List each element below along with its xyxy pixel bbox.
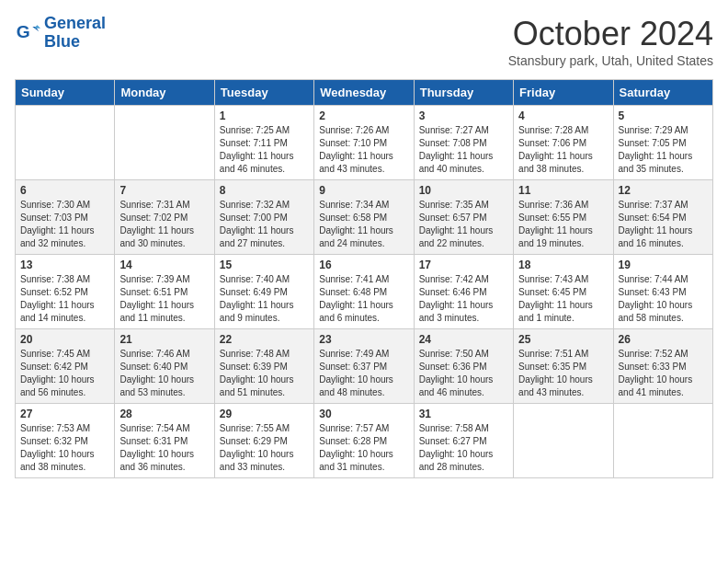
logo-icon: G bbox=[15, 20, 40, 46]
day-number: 15 bbox=[220, 259, 309, 271]
day-number: 6 bbox=[20, 184, 109, 197]
day-number: 23 bbox=[319, 333, 408, 346]
weekday-header-row: SundayMondayTuesdayWednesdayThursdayFrid… bbox=[16, 80, 713, 106]
day-number: 2 bbox=[319, 109, 408, 122]
calendar-day-cell: 27Sunrise: 7:53 AM Sunset: 6:32 PM Dayli… bbox=[16, 404, 115, 478]
calendar-day-cell: 20Sunrise: 7:45 AM Sunset: 6:42 PM Dayli… bbox=[16, 329, 115, 404]
logo-line1: General bbox=[44, 14, 106, 32]
calendar-body: 1Sunrise: 7:25 AM Sunset: 7:11 PM Daylig… bbox=[16, 106, 713, 478]
day-number: 14 bbox=[119, 259, 209, 271]
day-info: Sunrise: 7:44 AM Sunset: 6:43 PM Dayligh… bbox=[619, 273, 708, 325]
calendar-day-cell bbox=[514, 404, 613, 478]
day-number: 20 bbox=[20, 333, 109, 346]
calendar-day-cell: 2Sunrise: 7:26 AM Sunset: 7:10 PM Daylig… bbox=[314, 106, 414, 180]
day-number: 13 bbox=[20, 259, 109, 271]
day-info: Sunrise: 7:51 AM Sunset: 6:35 PM Dayligh… bbox=[518, 348, 608, 399]
day-number: 4 bbox=[518, 109, 608, 122]
calendar-table: SundayMondayTuesdayWednesdayThursdayFrid… bbox=[15, 79, 713, 478]
day-info: Sunrise: 7:42 AM Sunset: 6:46 PM Dayligh… bbox=[419, 273, 508, 325]
calendar-week-row: 27Sunrise: 7:53 AM Sunset: 6:32 PM Dayli… bbox=[16, 404, 713, 478]
day-info: Sunrise: 7:41 AM Sunset: 6:48 PM Dayligh… bbox=[319, 273, 408, 325]
day-info: Sunrise: 7:35 AM Sunset: 6:57 PM Dayligh… bbox=[419, 199, 508, 250]
day-info: Sunrise: 7:48 AM Sunset: 6:39 PM Dayligh… bbox=[220, 348, 309, 399]
calendar-day-cell: 19Sunrise: 7:44 AM Sunset: 6:43 PM Dayli… bbox=[613, 255, 712, 329]
day-number: 7 bbox=[119, 184, 209, 197]
day-info: Sunrise: 7:30 AM Sunset: 7:03 PM Dayligh… bbox=[20, 199, 109, 250]
calendar-week-row: 6Sunrise: 7:30 AM Sunset: 7:03 PM Daylig… bbox=[16, 180, 713, 255]
calendar-day-cell: 12Sunrise: 7:37 AM Sunset: 6:54 PM Dayli… bbox=[613, 180, 712, 255]
calendar-day-cell: 15Sunrise: 7:40 AM Sunset: 6:49 PM Dayli… bbox=[214, 255, 313, 329]
logo: G General Blue bbox=[15, 15, 106, 52]
day-info: Sunrise: 7:26 AM Sunset: 7:10 PM Dayligh… bbox=[319, 124, 408, 176]
calendar-day-cell: 13Sunrise: 7:38 AM Sunset: 6:52 PM Dayli… bbox=[16, 255, 115, 329]
calendar-day-cell: 14Sunrise: 7:39 AM Sunset: 6:51 PM Dayli… bbox=[115, 255, 214, 329]
logo-line2: Blue bbox=[44, 32, 80, 51]
day-number: 25 bbox=[518, 333, 608, 346]
calendar-day-cell bbox=[16, 106, 115, 180]
day-number: 10 bbox=[419, 184, 508, 197]
day-info: Sunrise: 7:43 AM Sunset: 6:45 PM Dayligh… bbox=[518, 273, 608, 325]
day-info: Sunrise: 7:46 AM Sunset: 6:40 PM Dayligh… bbox=[119, 348, 209, 399]
day-info: Sunrise: 7:32 AM Sunset: 7:00 PM Dayligh… bbox=[220, 199, 309, 250]
day-info: Sunrise: 7:25 AM Sunset: 7:11 PM Dayligh… bbox=[220, 124, 309, 176]
calendar-week-row: 20Sunrise: 7:45 AM Sunset: 6:42 PM Dayli… bbox=[16, 329, 713, 404]
svg-text:G: G bbox=[17, 22, 30, 41]
calendar-day-cell: 25Sunrise: 7:51 AM Sunset: 6:35 PM Dayli… bbox=[514, 329, 613, 404]
day-info: Sunrise: 7:50 AM Sunset: 6:36 PM Dayligh… bbox=[419, 348, 508, 399]
day-number: 21 bbox=[119, 333, 209, 346]
day-info: Sunrise: 7:38 AM Sunset: 6:52 PM Dayligh… bbox=[20, 273, 109, 325]
calendar-day-cell bbox=[115, 106, 214, 180]
calendar-day-cell: 5Sunrise: 7:29 AM Sunset: 7:05 PM Daylig… bbox=[613, 106, 712, 180]
day-number: 9 bbox=[319, 184, 408, 197]
calendar-day-cell: 31Sunrise: 7:58 AM Sunset: 6:27 PM Dayli… bbox=[414, 404, 513, 478]
page-header: G General Blue October 2024 Stansbury pa… bbox=[15, 15, 713, 68]
day-number: 29 bbox=[220, 408, 309, 420]
day-number: 12 bbox=[619, 184, 708, 197]
day-number: 18 bbox=[518, 259, 608, 271]
calendar-day-cell: 18Sunrise: 7:43 AM Sunset: 6:45 PM Dayli… bbox=[514, 255, 613, 329]
day-info: Sunrise: 7:53 AM Sunset: 6:32 PM Dayligh… bbox=[20, 422, 109, 474]
weekday-header-cell: Tuesday bbox=[214, 80, 313, 106]
logo-text: General Blue bbox=[44, 15, 106, 52]
calendar-day-cell bbox=[613, 404, 712, 478]
day-number: 3 bbox=[419, 109, 508, 122]
calendar-day-cell: 10Sunrise: 7:35 AM Sunset: 6:57 PM Dayli… bbox=[414, 180, 513, 255]
weekday-header-cell: Saturday bbox=[613, 80, 712, 106]
calendar-day-cell: 11Sunrise: 7:36 AM Sunset: 6:55 PM Dayli… bbox=[514, 180, 613, 255]
day-info: Sunrise: 7:37 AM Sunset: 6:54 PM Dayligh… bbox=[619, 199, 708, 250]
day-number: 8 bbox=[220, 184, 309, 197]
day-number: 26 bbox=[619, 333, 708, 346]
day-info: Sunrise: 7:49 AM Sunset: 6:37 PM Dayligh… bbox=[319, 348, 408, 399]
calendar-day-cell: 7Sunrise: 7:31 AM Sunset: 7:02 PM Daylig… bbox=[115, 180, 214, 255]
calendar-day-cell: 21Sunrise: 7:46 AM Sunset: 6:40 PM Dayli… bbox=[115, 329, 214, 404]
calendar-day-cell: 6Sunrise: 7:30 AM Sunset: 7:03 PM Daylig… bbox=[16, 180, 115, 255]
calendar-day-cell: 1Sunrise: 7:25 AM Sunset: 7:11 PM Daylig… bbox=[214, 106, 313, 180]
day-number: 1 bbox=[220, 109, 309, 122]
day-info: Sunrise: 7:36 AM Sunset: 6:55 PM Dayligh… bbox=[518, 199, 608, 250]
day-number: 11 bbox=[518, 184, 608, 197]
calendar-day-cell: 26Sunrise: 7:52 AM Sunset: 6:33 PM Dayli… bbox=[613, 329, 712, 404]
day-info: Sunrise: 7:29 AM Sunset: 7:05 PM Dayligh… bbox=[619, 124, 708, 176]
weekday-header-cell: Thursday bbox=[414, 80, 513, 106]
day-number: 17 bbox=[419, 259, 508, 271]
day-info: Sunrise: 7:31 AM Sunset: 7:02 PM Dayligh… bbox=[119, 199, 209, 250]
month-title: October 2024 bbox=[508, 15, 713, 53]
day-info: Sunrise: 7:54 AM Sunset: 6:31 PM Dayligh… bbox=[119, 422, 209, 474]
day-info: Sunrise: 7:55 AM Sunset: 6:29 PM Dayligh… bbox=[220, 422, 309, 474]
location-subtitle: Stansbury park, Utah, United States bbox=[508, 53, 713, 68]
calendar-day-cell: 24Sunrise: 7:50 AM Sunset: 6:36 PM Dayli… bbox=[414, 329, 513, 404]
weekday-header-cell: Monday bbox=[115, 80, 214, 106]
weekday-header-cell: Sunday bbox=[16, 80, 115, 106]
day-number: 19 bbox=[619, 259, 708, 271]
calendar-day-cell: 8Sunrise: 7:32 AM Sunset: 7:00 PM Daylig… bbox=[214, 180, 313, 255]
day-info: Sunrise: 7:45 AM Sunset: 6:42 PM Dayligh… bbox=[20, 348, 109, 399]
calendar-day-cell: 16Sunrise: 7:41 AM Sunset: 6:48 PM Dayli… bbox=[314, 255, 414, 329]
day-info: Sunrise: 7:39 AM Sunset: 6:51 PM Dayligh… bbox=[119, 273, 209, 325]
day-info: Sunrise: 7:52 AM Sunset: 6:33 PM Dayligh… bbox=[619, 348, 708, 399]
day-number: 22 bbox=[220, 333, 309, 346]
day-number: 5 bbox=[619, 109, 708, 122]
weekday-header-cell: Wednesday bbox=[314, 80, 414, 106]
day-info: Sunrise: 7:40 AM Sunset: 6:49 PM Dayligh… bbox=[220, 273, 309, 325]
day-number: 27 bbox=[20, 408, 109, 420]
weekday-header-cell: Friday bbox=[514, 80, 613, 106]
